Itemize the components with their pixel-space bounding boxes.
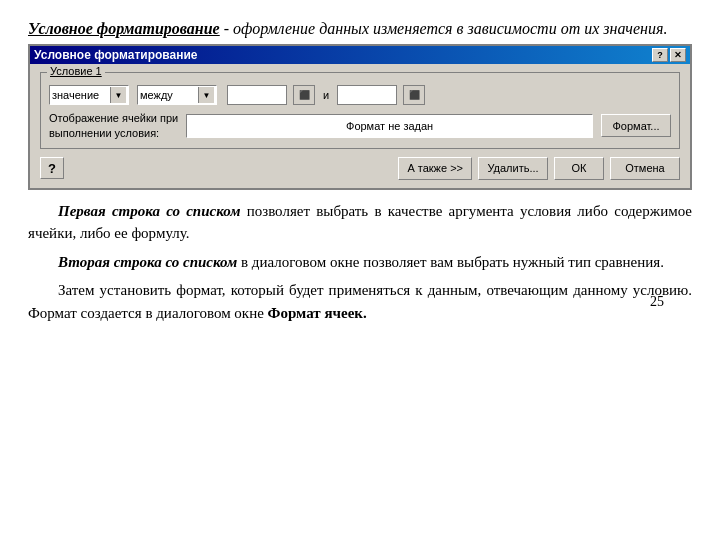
condition-comparison-value: между xyxy=(140,89,173,101)
format-preview: Формат не задан xyxy=(186,114,593,138)
p3-bold: Формат ячеек. xyxy=(268,305,367,321)
condition-type-select[interactable]: значение ▼ xyxy=(49,85,129,105)
condition-value2-picker[interactable]: ⬛ xyxy=(403,85,425,105)
help-button[interactable]: ? xyxy=(40,157,64,179)
picker2-icon: ⬛ xyxy=(409,90,420,100)
close-titlebar-button[interactable]: ✕ xyxy=(670,48,686,62)
title-line: Условное форматирование - оформление дан… xyxy=(28,18,692,40)
format-row: Отображение ячейки привыполнении условия… xyxy=(49,111,671,140)
delete-button[interactable]: Удалить... xyxy=(478,157,548,180)
title-rest: - оформление данных изменяется в зависим… xyxy=(220,20,668,37)
p2-normal: в диалоговом окне позволяет вам выбрать … xyxy=(237,254,664,270)
condition-comparison-select[interactable]: между ▼ xyxy=(137,85,217,105)
condition-group-label: Условие 1 xyxy=(47,65,105,77)
dialog-buttons-row: ? А также >> Удалить... ОК Отмена xyxy=(40,157,680,180)
dialog-title: Условное форматирование xyxy=(34,48,197,62)
and-label: и xyxy=(319,89,333,101)
condition-type-arrow: ▼ xyxy=(110,87,126,103)
condition-value1-input[interactable] xyxy=(227,85,287,105)
help-titlebar-button[interactable]: ? xyxy=(652,48,668,62)
paragraph-3: Затем установить формат, который будет п… xyxy=(28,279,692,324)
condition-value1-picker[interactable]: ⬛ xyxy=(293,85,315,105)
condition-type-value: значение xyxy=(52,89,99,101)
p2-italic: Вторая строка со списком xyxy=(58,254,237,270)
condition-comparison-arrow: ▼ xyxy=(198,87,214,103)
dialog-titlebar: Условное форматирование ? ✕ xyxy=(30,46,690,64)
conditional-format-dialog: Условное форматирование ? ✕ Условие 1 зн… xyxy=(28,44,692,190)
titlebar-buttons: ? ✕ xyxy=(652,48,686,62)
picker1-icon: ⬛ xyxy=(299,90,310,100)
ok-button[interactable]: ОК xyxy=(554,157,604,180)
format-label: Отображение ячейки привыполнении условия… xyxy=(49,111,178,140)
slide-number: 25 xyxy=(650,294,664,310)
format-preview-text: Формат не задан xyxy=(346,120,433,132)
paragraph-2: Вторая строка со списком в диалоговом ок… xyxy=(28,251,692,274)
format-label-text: Отображение ячейки привыполнении условия… xyxy=(49,112,178,138)
p1-italic: Первая строка со списком xyxy=(58,203,240,219)
condition-value2-input[interactable] xyxy=(337,85,397,105)
condition-group: Условие 1 значение ▼ между ▼ xyxy=(40,72,680,149)
paragraph-1: Первая строка со списком позволяет выбра… xyxy=(28,200,692,245)
cancel-button[interactable]: Отмена xyxy=(610,157,680,180)
title-underline: Условное форматирование xyxy=(28,20,220,37)
format-button[interactable]: Формат... xyxy=(601,114,671,137)
dialog-body: Условие 1 значение ▼ между ▼ xyxy=(30,64,690,188)
condition-row: значение ▼ между ▼ ⬛ и xyxy=(49,85,671,105)
also-button[interactable]: А также >> xyxy=(398,157,472,180)
